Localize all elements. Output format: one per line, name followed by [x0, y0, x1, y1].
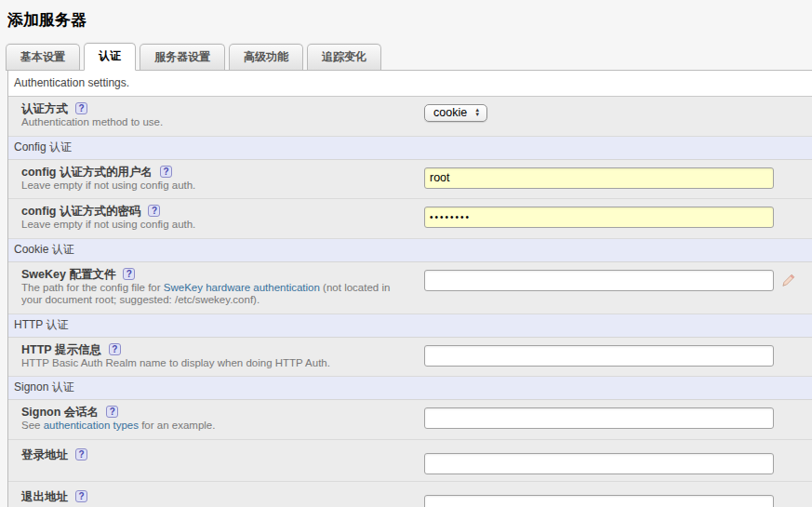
http-realm-label: HTTP 提示信息 — [21, 343, 101, 356]
help-icon[interactable]: ? — [75, 448, 87, 460]
auth-method-label: 认证方式 — [21, 102, 68, 115]
tab-advanced-features[interactable]: 高级功能 — [229, 44, 303, 71]
section-header-config: Config 认证 — [8, 137, 812, 160]
select-arrows-icon: ▲ ▼ — [474, 108, 480, 117]
field-row-login-url: 登录地址? — [8, 440, 812, 482]
section-header-signon: Signon 认证 — [8, 377, 812, 400]
field-row-logout-url: 退出地址? — [8, 482, 812, 507]
signon-session-desc: See authentication types for an example. — [21, 420, 412, 433]
tab-server-settings[interactable]: 服务器设置 — [140, 44, 225, 71]
field-row-config-username: config 认证方式的用户名? Leave empty if not usin… — [8, 160, 812, 200]
field-row-swekey: SweKey 配置文件? The path for the config fil… — [8, 262, 812, 314]
http-realm-input[interactable] — [424, 345, 774, 367]
help-icon[interactable]: ? — [148, 205, 160, 217]
signon-session-input[interactable] — [424, 407, 774, 429]
config-password-label: config 认证方式的密码 — [21, 205, 140, 218]
login-url-input[interactable] — [424, 453, 774, 474]
auth-method-selected-value: cookie — [433, 106, 467, 119]
tab-track-changes[interactable]: 追踪变化 — [307, 44, 381, 71]
signon-session-label: Signon 会话名 — [21, 406, 99, 419]
help-icon[interactable]: ? — [160, 166, 172, 178]
config-username-label: config 认证方式的用户名 — [21, 166, 153, 179]
section-header-http: HTTP 认证 — [8, 314, 812, 338]
field-row-http-realm: HTTP 提示信息? HTTP Basic Auth Realm name to… — [8, 338, 812, 378]
help-icon[interactable]: ? — [75, 102, 87, 114]
help-icon[interactable]: ? — [109, 343, 121, 355]
help-icon[interactable]: ? — [123, 268, 135, 280]
login-url-label: 登录地址 — [21, 448, 68, 461]
swekey-config-input[interactable] — [424, 270, 774, 291]
config-username-desc: Leave empty if not using config auth. — [21, 180, 412, 193]
swekey-doc-link[interactable]: SweKey hardware authentication — [164, 282, 320, 293]
http-realm-desc: HTTP Basic Auth Realm name to display wh… — [21, 357, 412, 370]
field-row-auth-method: 认证方式? Authentication method to use. cook… — [8, 97, 812, 137]
edit-pencil-icon[interactable] — [780, 273, 796, 288]
swekey-label: SweKey 配置文件 — [21, 268, 115, 281]
swekey-desc: The path for the config file for SweKey … — [21, 282, 412, 307]
tab-authentication[interactable]: 认证 — [84, 43, 136, 71]
config-password-desc: Leave empty if not using config auth. — [21, 219, 412, 232]
help-icon[interactable]: ? — [106, 406, 118, 418]
tab-bar: 基本设置 认证 服务器设置 高级功能 追踪变化 — [0, 43, 812, 71]
help-icon[interactable]: ? — [75, 490, 87, 502]
form-legend: Authentication settings. — [8, 71, 812, 97]
field-row-signon-session: Signon 会话名? See authentication types for… — [8, 400, 812, 440]
tab-basic-settings[interactable]: 基本设置 — [6, 44, 80, 71]
page-title: 添加服务器 — [0, 0, 812, 43]
config-username-input[interactable] — [424, 167, 774, 189]
auth-method-desc: Authentication method to use. — [21, 116, 412, 129]
auth-types-link[interactable]: authentication types — [44, 420, 139, 431]
config-password-input[interactable] — [424, 207, 774, 228]
section-header-cookie: Cookie 认证 — [8, 239, 812, 262]
logout-url-input[interactable] — [424, 495, 774, 507]
auth-method-select[interactable]: cookie ▲ ▼ — [424, 104, 487, 122]
authentication-form: Authentication settings. 认证方式? Authentic… — [7, 70, 812, 507]
field-row-config-password: config 认证方式的密码? Leave empty if not using… — [8, 199, 812, 239]
logout-url-label: 退出地址 — [21, 490, 68, 503]
